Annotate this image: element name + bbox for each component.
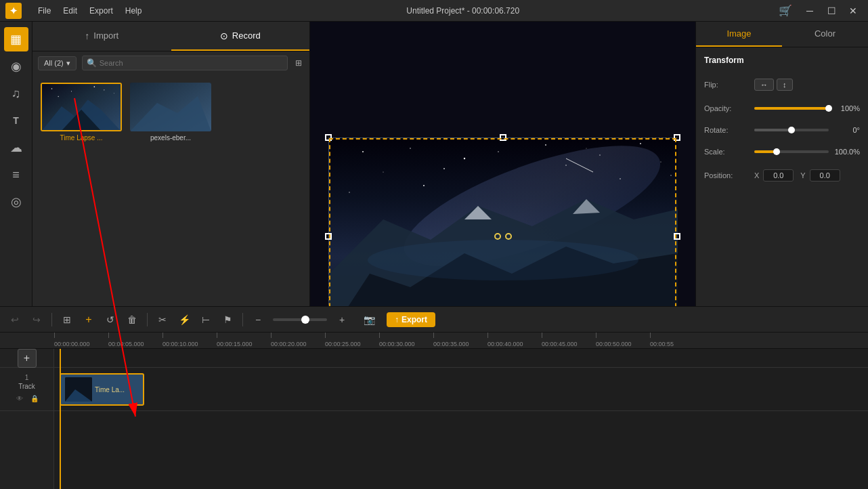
timeline-clip[interactable]: Time La... [60,373,144,406]
sidebar-item-media[interactable]: ▦ [4,27,28,51]
resize-handle-ml[interactable] [325,233,332,240]
minus-zoom-button[interactable]: − [248,310,267,329]
ruler-tick-9: 00:00:45.000 [542,333,578,349]
list-item[interactable]: Time Lapse ... [41,83,122,142]
resize-handle-tr[interactable] [674,134,680,141]
pos-y-input[interactable]: 0.0 [810,169,840,182]
grid-view-button[interactable]: ⊞ [293,56,304,70]
zoom-slider[interactable] [273,318,327,321]
plus-zoom-button[interactable]: + [332,310,351,329]
resize-handle-tl[interactable] [325,134,332,141]
group-button[interactable]: ⊞ [58,310,77,329]
filter-dropdown[interactable]: All (2) ▾ [38,56,77,70]
svg-point-17 [464,158,465,159]
menu-help[interactable]: Help [120,5,148,17]
toolbar-divider-3 [242,313,243,326]
menu-export[interactable]: Export [84,5,118,17]
menu-edit[interactable]: Edit [58,5,83,17]
track-lock-button[interactable]: 🔒 [28,393,41,405]
tab-color[interactable]: Color [782,22,868,47]
import-icon: ↑ [85,30,89,41]
cut-button[interactable]: ✂ [153,310,172,329]
menu-bar: File Edit Export Help [32,5,147,17]
svg-point-30 [670,175,671,175]
rotate-label: Rotate: [704,126,752,134]
clip-label: Time La... [95,386,125,394]
redo-button[interactable]: ↪ [27,310,46,329]
rotate-thumb[interactable] [788,127,795,133]
speed-button[interactable]: ⚡ [175,310,194,329]
pos-x-input[interactable]: 0.0 [763,169,794,182]
export-icon: ↑ [395,315,399,324]
svg-point-21 [383,171,383,172]
sidebar-item-filters[interactable]: ◎ [4,190,28,214]
playhead[interactable] [60,349,61,489]
pan-dot-2 [505,233,512,240]
ruler-tick-11: 00:00:55 [650,333,674,349]
search-input[interactable] [100,59,283,67]
flip-horizontal-button[interactable]: ↔ [754,79,774,91]
pos-x-label: X [754,171,759,179]
delete-button[interactable]: 🗑 [123,310,142,329]
sidebar-item-audio[interactable]: ♫ [4,81,28,106]
record-tab[interactable]: ⊙ Record [171,22,310,51]
opacity-value: 100% [833,104,860,112]
pan-dots [494,233,512,240]
svg-point-1 [51,88,53,89]
ruler-tick-1: 00:00:05.000 [108,333,144,349]
media-thumbnail-2 [130,83,211,131]
zoom-thumb[interactable] [301,316,309,324]
scale-slider[interactable] [754,150,829,153]
crop-button[interactable]: ⊢ [196,310,215,329]
sidebar-item-text[interactable]: T [4,108,28,133]
right-content: Transform Flip: ↔ ↕ Opacity: [696,47,868,195]
sidebar-item-effects[interactable]: ◉ [4,54,28,79]
opacity-slider[interactable] [754,107,829,110]
svg-point-27 [423,185,425,186]
flip-h-icon: ↔ [760,81,768,89]
menu-file[interactable]: File [32,5,56,17]
resize-handle-mr[interactable] [674,233,680,240]
position-label: Position: [704,171,752,179]
svg-point-6 [104,89,104,90]
mark-button[interactable]: ⚑ [218,310,237,329]
minimize-button[interactable]: ─ [800,4,819,18]
titlebar: ✦ File Edit Export Help Untitled Project… [0,0,868,22]
track-content: Time La... [54,349,868,489]
flip-row: Flip: ↔ ↕ [704,79,860,91]
svg-point-18 [545,144,546,146]
chevron-down-icon: ▾ [66,59,70,68]
media-toolbar: All (2) ▾ 🔍 ⊞ [32,51,309,75]
ruler-tick-6: 00:00:30.000 [379,333,415,349]
svg-point-19 [599,154,600,155]
export-button[interactable]: ↑ Export [387,312,435,327]
svg-point-24 [565,165,567,166]
flip-vertical-button[interactable]: ↕ [777,79,793,91]
sidebar-item-transitions[interactable]: ≡ [4,163,28,187]
tab-image[interactable]: Image [696,22,782,47]
track-visibility-button[interactable]: 👁 [14,393,26,405]
svg-point-20 [640,143,641,144]
add-media-button[interactable]: + [79,310,98,329]
rotate-tool-button[interactable]: ↺ [101,310,120,329]
search-icon: 🔍 [87,58,97,68]
app-logo: ✦ [5,3,22,19]
track-label-1: 1 Track 👁 🔒 [0,368,53,411]
import-tab[interactable]: ↑ Import [32,22,171,51]
add-track-button[interactable]: + [18,349,37,368]
timeline-area: ↩ ↪ ⊞ + ↺ 🗑 ✂ ⚡ ⊢ ⚑ − + 📷 ↑ Export 00:00… [0,306,868,489]
scale-slider-area: 100.0% [754,148,860,156]
maximize-button[interactable]: ☐ [822,4,841,18]
close-button[interactable]: ✕ [844,4,863,18]
sidebar-item-overlays[interactable]: ☁ [4,135,28,160]
rotate-slider[interactable] [754,129,829,131]
cart-icon[interactable]: 🛒 [779,4,792,17]
list-item[interactable]: pexels-eber... [130,83,211,142]
scale-thumb[interactable] [773,148,780,155]
opacity-thumb[interactable] [825,105,832,112]
media-item-label-1: Time Lapse ... [60,134,103,142]
svg-point-25 [660,161,661,162]
undo-button[interactable]: ↩ [5,310,24,329]
snapshot-icon-btn[interactable]: 📷 [360,310,378,329]
resize-handle-tm[interactable] [500,134,506,141]
